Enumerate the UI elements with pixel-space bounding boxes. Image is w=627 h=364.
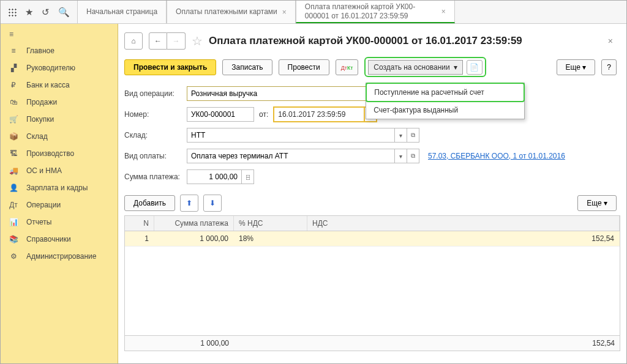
manager-icon: ▞	[9, 64, 18, 72]
star-icon[interactable]: ★	[25, 7, 33, 18]
open-icon[interactable]: ⧉	[407, 128, 419, 143]
sidebar: ≡ ≡Главное ▞Руководителю ₽Банк и касса 🛍…	[1, 24, 118, 363]
toolbar: Провести и закрыть Записать Провести ДтК…	[118, 54, 626, 83]
col-sum[interactable]: Сумма платежа	[154, 216, 234, 231]
paytype-label: Вид оплаты:	[124, 152, 187, 160]
sidebar-item-label: Банк и касса	[26, 81, 70, 89]
tab-payments[interactable]: Оплаты платежными картами ×	[167, 1, 296, 23]
tab-label: Оплата платежной картой УК00-000001 от 1…	[305, 2, 437, 20]
search-icon[interactable]: 🔍	[58, 7, 70, 18]
cell-pct: 18%	[234, 231, 307, 246]
paytype-field[interactable]	[187, 149, 395, 163]
op-type-label: Вид операции:	[124, 89, 187, 98]
close-icon[interactable]: ×	[441, 7, 446, 16]
sidebar-item-operations[interactable]: ДтОперации	[1, 196, 118, 214]
create-based-button[interactable]: Создать на основании ▾	[368, 60, 463, 75]
forward-button[interactable]: →	[167, 32, 186, 50]
table-more-button[interactable]: Еще ▾	[577, 195, 617, 211]
history-icon[interactable]: ↺	[42, 7, 50, 18]
from-label: от:	[259, 110, 268, 119]
sidebar-toggle-icon[interactable]: ≡	[1, 26, 118, 42]
number-field[interactable]	[187, 107, 254, 122]
store-field[interactable]	[187, 128, 395, 143]
tab-label: Оплаты платежными картами	[176, 7, 277, 16]
favorite-icon[interactable]: ☆	[192, 34, 203, 48]
content: ⌂ ← → ☆ Оплата платежной картой УК00-000…	[118, 24, 626, 363]
sidebar-item-label: Операции	[26, 201, 61, 209]
sidebar-item-bank[interactable]: ₽Банк и касса	[1, 76, 118, 94]
home-button[interactable]: ⌂	[124, 32, 143, 50]
sum-field[interactable]	[187, 169, 242, 184]
table-row[interactable]: 1 1 000,00 18% 152,54	[125, 231, 620, 247]
topbar: ★ ↺ 🔍 Начальная страница Оплаты платежны…	[1, 1, 626, 24]
menu-item-bank-receipt[interactable]: Поступление на расчетный счет	[366, 83, 525, 102]
sidebar-item-production[interactable]: 🏗Производство	[1, 145, 118, 162]
create-based-menu: Поступление на расчетный счет Счет-факту…	[366, 83, 525, 119]
back-button[interactable]: ←	[149, 32, 167, 50]
sidebar-item-main[interactable]: ≡Главное	[1, 42, 118, 59]
sidebar-item-label: Покупки	[26, 115, 54, 124]
open-icon[interactable]: ⧉	[407, 149, 419, 163]
admin-icon: ⚙	[9, 252, 18, 261]
tab-current-doc[interactable]: Оплата платежной картой УК00-000001 от 1…	[296, 1, 455, 23]
dropdown-icon[interactable]: ▾	[395, 128, 407, 143]
tab-start-page[interactable]: Начальная страница	[77, 1, 167, 23]
sidebar-item-warehouse[interactable]: 📦Склад	[1, 128, 118, 145]
col-vat[interactable]: НДС	[307, 216, 620, 231]
sidebar-item-sales[interactable]: 🛍Продажи	[1, 94, 118, 111]
nav-buttons: ← →	[149, 32, 186, 50]
sidebar-item-label: Продажи	[26, 98, 57, 106]
bank-icon: ₽	[9, 81, 18, 89]
col-pct[interactable]: % НДС	[234, 216, 307, 231]
move-up-button[interactable]: ⬆	[180, 195, 198, 212]
col-n[interactable]: N	[125, 216, 154, 231]
cell-n: 1	[125, 231, 154, 246]
purchases-icon: 🛒	[9, 115, 18, 124]
operations-icon: Дт	[9, 201, 18, 209]
store-label: Склад:	[124, 131, 187, 139]
post-button[interactable]: Провести	[279, 59, 329, 75]
sidebar-item-label: Склад	[26, 132, 48, 141]
doc-header: ⌂ ← → ☆ Оплата платежной картой УК00-000…	[118, 24, 626, 54]
sidebar-item-purchases[interactable]: 🛒Покупки	[1, 111, 118, 128]
dropdown-icon[interactable]: ▾	[395, 149, 407, 163]
sidebar-item-assets[interactable]: 🚚ОС и НМА	[1, 162, 118, 179]
sidebar-item-label: ОС и НМА	[26, 166, 62, 175]
sidebar-item-catalogs[interactable]: 📚Справочники	[1, 231, 118, 248]
sales-icon: 🛍	[9, 98, 18, 106]
grid-body[interactable]: 1 1 000,00 18% 152,54	[125, 231, 620, 335]
post-and-close-button[interactable]: Провести и закрыть	[124, 59, 216, 75]
menu-item-invoice-issued[interactable]: Счет-фактура выданный	[366, 102, 524, 119]
topbar-icons: ★ ↺ 🔍	[1, 7, 77, 18]
sidebar-item-label: Производство	[26, 149, 74, 158]
sidebar-item-hr[interactable]: 👤Зарплата и кадры	[1, 179, 118, 196]
sidebar-item-label: Администрирование	[26, 252, 96, 261]
page-title: Оплата платежной картой УК00-000001 от 1…	[209, 35, 522, 47]
sidebar-item-reports[interactable]: 📊Отчеты	[1, 214, 118, 231]
create-based-group: Создать на основании ▾ 📄 Поступление на …	[364, 57, 486, 77]
sidebar-item-admin[interactable]: ⚙Администрирование	[1, 248, 118, 265]
sidebar-item-label: Отчеты	[26, 218, 51, 226]
sidebar-item-manager[interactable]: ▞Руководителю	[1, 59, 118, 76]
sidebar-item-label: Справочники	[26, 235, 71, 243]
help-button[interactable]: ?	[601, 59, 617, 75]
add-row-button[interactable]: Добавить	[124, 195, 175, 211]
close-icon[interactable]: ×	[282, 8, 287, 17]
more-button[interactable]: Еще ▾	[557, 59, 596, 75]
apps-icon[interactable]	[8, 8, 17, 17]
grid: N Сумма платежа % НДС НДС 1 1 000,00 18%…	[124, 215, 620, 351]
sidebar-item-label: Зарплата и кадры	[26, 184, 88, 192]
account-link[interactable]: 57.03, СБЕРБАНК ООО, 1 от 01.01.2016	[428, 152, 565, 160]
main-icon: ≡	[9, 46, 18, 55]
production-icon: 🏗	[9, 149, 18, 158]
close-doc-button[interactable]: ×	[608, 36, 613, 46]
warehouse-icon: 📦	[9, 132, 18, 141]
attach-button[interactable]: 📄	[467, 60, 482, 75]
save-button[interactable]: Записать	[222, 59, 272, 75]
move-down-button[interactable]: ⬇	[203, 195, 222, 212]
sum-label: Сумма платежа:	[124, 173, 187, 181]
date-field[interactable]: 16.01.2017 23:59:59	[273, 106, 365, 122]
reports-icon: 📊	[9, 218, 18, 226]
calculator-icon[interactable]: ⌸	[242, 169, 254, 184]
dtkt-button[interactable]: ДтКт	[336, 59, 359, 75]
